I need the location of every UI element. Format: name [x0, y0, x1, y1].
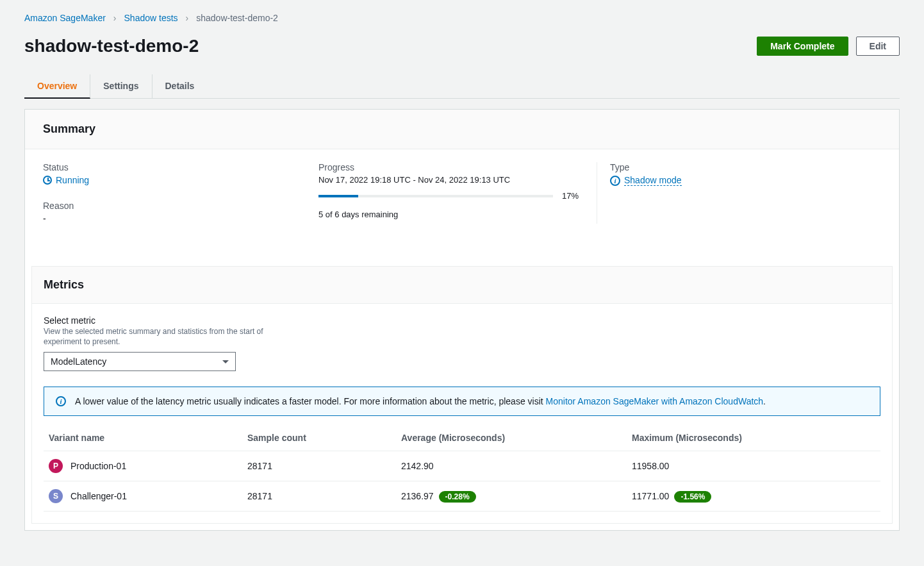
status-value: Running [43, 175, 293, 185]
breadcrumb-root[interactable]: Amazon SageMaker [24, 13, 106, 23]
max-value: 11771.00 [632, 491, 669, 501]
breadcrumb: Amazon SageMaker › Shadow tests › shadow… [24, 13, 900, 23]
progress-percent: 17% [562, 191, 579, 201]
variant-avatar: P [49, 459, 63, 473]
summary-title: Summary [25, 110, 899, 149]
progress-remaining: 5 of 6 days remaining [318, 210, 579, 219]
metrics-table: Variant name Sample count Average (Micro… [44, 425, 880, 512]
select-metric-label: Select metric [44, 315, 880, 326]
tab-overview[interactable]: Overview [24, 74, 90, 99]
tabs: Overview Settings Details [24, 74, 900, 99]
table-row: S Challenger-01 28171 2136.97-0.28% 1177… [44, 481, 880, 512]
metrics-title: Metrics [32, 267, 892, 304]
info-icon: i [56, 396, 66, 406]
variant-avatar: S [49, 489, 63, 503]
col-avg: Average (Microseconds) [396, 425, 627, 451]
reason-label: Reason [43, 201, 293, 211]
type-label: Type [610, 162, 682, 172]
clock-icon [43, 176, 52, 185]
info-text: A lower value of the latency metric usua… [75, 396, 546, 406]
delta-badge: -1.56% [674, 491, 711, 503]
info-banner: i A lower value of the latency metric us… [44, 387, 880, 416]
delta-badge: -0.28% [439, 491, 476, 503]
progress-range: Nov 17, 2022 19:18 UTC - Nov 24, 2022 19… [318, 175, 579, 185]
max-value: 11958.00 [632, 461, 669, 471]
tab-details[interactable]: Details [153, 74, 208, 98]
reason-value: - [43, 213, 293, 224]
sample-count: 28171 [242, 481, 396, 512]
progress-bar [318, 195, 553, 197]
caret-down-icon [222, 360, 229, 363]
info-period: . [763, 396, 766, 406]
avg-value: 2142.90 [401, 461, 434, 471]
info-icon[interactable]: i [610, 176, 620, 186]
sample-count: 28171 [242, 451, 396, 481]
col-sample: Sample count [242, 425, 396, 451]
page-title: shadow-test-demo-2 [24, 36, 199, 56]
edit-button[interactable]: Edit [856, 37, 900, 56]
mark-complete-button[interactable]: Mark Complete [757, 37, 848, 56]
breadcrumb-shadow-tests[interactable]: Shadow tests [124, 13, 178, 23]
select-metric-value: ModelLatency [51, 356, 106, 367]
summary-panel: Summary Status Running Reason - Progress… [24, 109, 900, 531]
chevron-right-icon: › [186, 13, 189, 23]
status-text: Running [56, 175, 89, 185]
info-link[interactable]: Monitor Amazon SageMaker with Amazon Clo… [546, 396, 764, 406]
col-max: Maximum (Microseconds) [627, 425, 880, 451]
type-value[interactable]: Shadow mode [624, 175, 682, 186]
avg-value: 2136.97 [401, 491, 434, 501]
col-variant: Variant name [44, 425, 242, 451]
breadcrumb-current: shadow-test-demo-2 [196, 13, 278, 23]
tab-settings[interactable]: Settings [90, 74, 152, 98]
table-row: P Production-01 28171 2142.90 11958.00 [44, 451, 880, 481]
chevron-right-icon: › [113, 13, 117, 23]
progress-label: Progress [318, 162, 579, 172]
status-label: Status [43, 162, 293, 172]
variant-name: Production-01 [70, 461, 126, 471]
select-metric-help: View the selected metric summary and sta… [44, 327, 274, 347]
select-metric-dropdown[interactable]: ModelLatency [44, 352, 236, 371]
variant-name: Challenger-01 [70, 491, 127, 501]
progress-fill [318, 195, 358, 197]
